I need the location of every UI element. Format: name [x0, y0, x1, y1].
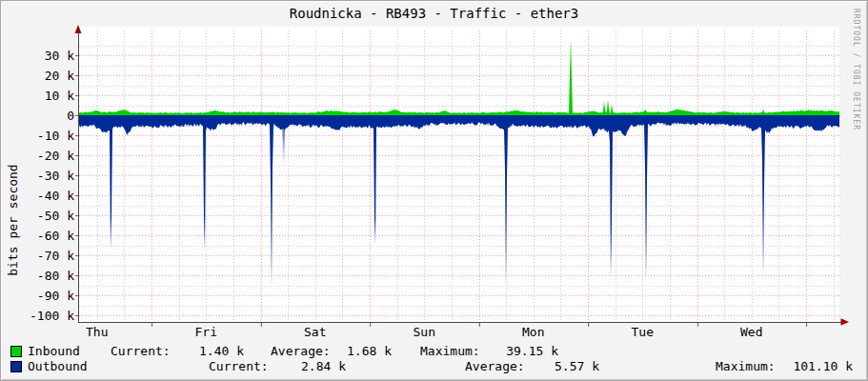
- legend-current-label: Current:: [209, 359, 269, 373]
- y-tick-label: 30 k: [1, 49, 74, 63]
- rrdtool-graph-window: Roudnicka - RB493 - Traffic - ether3 bit…: [0, 0, 868, 381]
- y-tick-label: 20 k: [1, 69, 74, 83]
- legend-swatch-inbound: [10, 346, 22, 357]
- legend-series-name-inbound: Inbound: [28, 344, 80, 358]
- y-tick-label: 10 k: [1, 89, 74, 103]
- legend-maximum-value-inbound: 39.15 k: [471, 344, 558, 358]
- y-tick-label: -10 k: [1, 129, 74, 143]
- y-tick-label: -80 k: [1, 269, 74, 283]
- x-day-label: Sun: [414, 325, 435, 339]
- y-tick-label: -100 k: [1, 309, 74, 323]
- legend-current-label: Current:: [111, 344, 171, 358]
- y-tick-label: 0: [1, 109, 74, 123]
- legend-series-name-outbound: Outbound: [28, 359, 88, 373]
- legend-swatch-outbound: [10, 361, 22, 372]
- x-day-label: Tue: [632, 325, 654, 339]
- y-tick-label: -30 k: [1, 169, 74, 183]
- x-day-label: Thu: [86, 325, 108, 339]
- y-tick-label: -40 k: [1, 189, 74, 203]
- x-day-label: Sat: [304, 325, 326, 339]
- legend-average-value-outbound: 5.57 k: [526, 359, 599, 373]
- y-tick-label: -20 k: [1, 149, 74, 163]
- x-day-label: Fri: [195, 325, 217, 339]
- x-axis-arrow: [841, 318, 850, 326]
- legend-current-value-inbound: 1.40 k: [171, 344, 244, 358]
- x-day-label: Mon: [522, 325, 544, 339]
- y-tick-label: -90 k: [1, 289, 74, 303]
- y-tick-label: -60 k: [1, 229, 74, 243]
- legend-average-label: Average:: [465, 359, 525, 373]
- y-tick-label: -50 k: [1, 209, 74, 223]
- plot-canvas: [78, 27, 839, 322]
- legend-current-value-outbound: 2.84 k: [273, 359, 346, 373]
- legend-maximum-value-outbound: 101.10 k: [767, 359, 853, 373]
- legend-average-value-inbound: 1.68 k: [318, 344, 392, 358]
- x-day-label: Wed: [740, 325, 762, 339]
- y-tick-label: -70 k: [1, 249, 74, 263]
